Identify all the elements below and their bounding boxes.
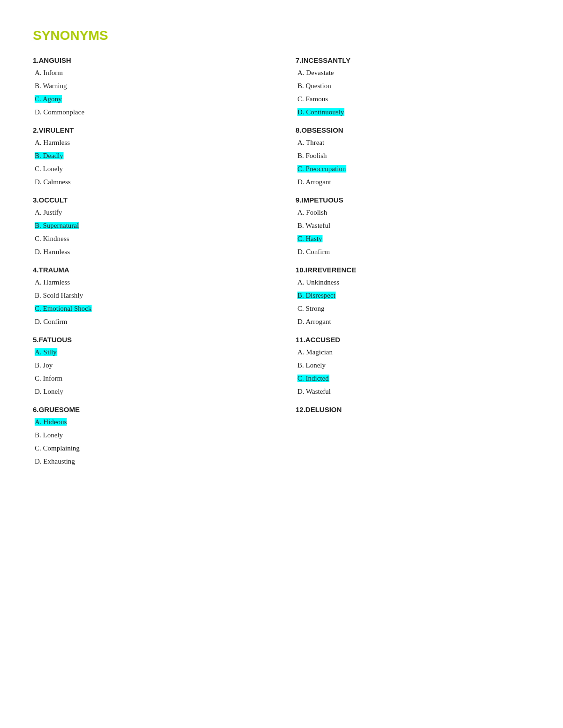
question-block-q6: 6.GRUESOMEA. HideousB. LonelyC. Complain… [33, 405, 267, 467]
answer-option: A. Hideous [33, 416, 267, 428]
answer-option: D. Arrogant [296, 316, 530, 327]
answer-option: A. Harmless [33, 137, 267, 148]
page-title: SYNONYMS [33, 28, 530, 43]
answer-option: D. Exhausting [33, 456, 267, 467]
question-label-q10: 10.IRREVERENCE [296, 266, 530, 274]
answer-option: C. Strong [296, 303, 530, 314]
answer-option: D. Confirm [296, 246, 530, 257]
question-block-q2: 2.VIRULENTA. HarmlessB. DeadlyC. LonelyD… [33, 126, 267, 188]
answer-option: A. Justify [33, 207, 267, 218]
answer-option: D. Commonplace [33, 106, 267, 118]
answer-option: A. Harmless [33, 277, 267, 288]
answer-option: B. Joy [33, 360, 267, 371]
answer-option: C. Inform [33, 373, 267, 384]
answer-option: C. Lonely [33, 163, 267, 174]
answer-option: A. Inform [33, 67, 267, 78]
left-column: 1.ANGUISHA. InformB. WarningC. AgonyD. C… [33, 56, 267, 475]
answer-option: B. Warning [33, 80, 267, 91]
answer-option: A. Magician [296, 346, 530, 358]
answer-option: D. Continuously [296, 106, 530, 118]
question-block-q12: 12.DELUSION [296, 405, 530, 413]
question-block-q11: 11.ACCUSEDA. MagicianB. LonelyC. Indicte… [296, 336, 530, 397]
answer-option: B. Scold Harshly [33, 290, 267, 301]
answer-option: D. Wasteful [296, 386, 530, 397]
answer-option: B. Supernatural [33, 220, 267, 231]
answer-option: A. Foolish [296, 207, 530, 218]
answer-option: C. Indicted [296, 373, 530, 384]
question-block-q8: 8.OBSESSIONA. ThreatB. FoolishC. Preoccu… [296, 126, 530, 188]
question-label-q1: 1.ANGUISH [33, 56, 267, 64]
question-block-q1: 1.ANGUISHA. InformB. WarningC. AgonyD. C… [33, 56, 267, 118]
question-label-q7: 7.INCESSANTLY [296, 56, 530, 64]
answer-option: B. Deadly [33, 150, 267, 161]
answer-option: A. Threat [296, 137, 530, 148]
question-block-q9: 9.IMPETUOUSA. FoolishB. WastefulC. Hasty… [296, 196, 530, 257]
question-label-q3: 3.OCCULT [33, 196, 267, 204]
answer-option: C. Complaining [33, 443, 267, 454]
question-block-q3: 3.OCCULTA. JustifyB. SupernaturalC. Kind… [33, 196, 267, 257]
answer-option: C. Famous [296, 93, 530, 105]
question-label-q5: 5.FATUOUS [33, 336, 267, 344]
answer-option: C. Preoccupation [296, 163, 530, 174]
question-label-q9: 9.IMPETUOUS [296, 196, 530, 204]
answer-option: B. Lonely [33, 429, 267, 441]
right-column: 7.INCESSANTLYA. DevastateB. QuestionC. F… [296, 56, 530, 475]
answer-option: C. Kindness [33, 233, 267, 244]
question-block-q5: 5.FATUOUSA. SillyB. JoyC. InformD. Lonel… [33, 336, 267, 397]
answer-option: C. Hasty [296, 233, 530, 244]
answer-option: D. Harmless [33, 246, 267, 257]
answer-option: B. Lonely [296, 360, 530, 371]
question-block-q7: 7.INCESSANTLYA. DevastateB. QuestionC. F… [296, 56, 530, 118]
question-label-q11: 11.ACCUSED [296, 336, 530, 344]
answer-option: D. Calmness [33, 176, 267, 188]
question-label-q6: 6.GRUESOME [33, 405, 267, 413]
question-label-q8: 8.OBSESSION [296, 126, 530, 134]
answer-option: D. Lonely [33, 386, 267, 397]
answer-option: D. Arrogant [296, 176, 530, 188]
answer-option: D. Confirm [33, 316, 267, 327]
answer-option: B. Foolish [296, 150, 530, 161]
answer-option: B. Question [296, 80, 530, 91]
answer-option: A. Unkindness [296, 277, 530, 288]
answer-option: B. Wasteful [296, 220, 530, 231]
question-label-q4: 4.TRAUMA [33, 266, 267, 274]
answer-option: C. Emotional Shock [33, 303, 267, 314]
question-block-q10: 10.IRREVERENCEA. UnkindnessB. Disrespect… [296, 266, 530, 327]
question-label-q12: 12.DELUSION [296, 405, 530, 413]
answer-option: A. Devastate [296, 67, 530, 78]
answer-option: C. Agony [33, 93, 267, 105]
answer-option: A. Silly [33, 346, 267, 358]
answer-option: B. Disrespect [296, 290, 530, 301]
question-label-q2: 2.VIRULENT [33, 126, 267, 134]
question-block-q4: 4.TRAUMAA. HarmlessB. Scold HarshlyC. Em… [33, 266, 267, 327]
